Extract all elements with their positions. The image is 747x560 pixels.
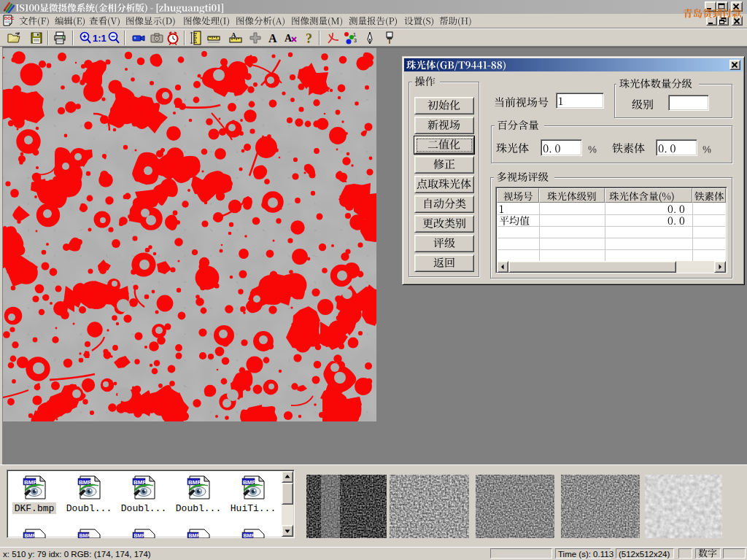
svg-text:A: A xyxy=(231,31,236,39)
svg-text:A: A xyxy=(268,32,277,44)
svg-text:BMP: BMP xyxy=(189,533,201,538)
svg-text:1:1: 1:1 xyxy=(93,33,107,44)
svg-text:3: 3 xyxy=(354,38,357,43)
svg-text:?: ? xyxy=(306,31,312,45)
svg-text:BMP: BMP xyxy=(134,533,146,538)
svg-text:DOC: DOC xyxy=(4,16,15,20)
svg-text:A: A xyxy=(285,33,293,44)
svg-text:BMP: BMP xyxy=(244,533,255,538)
svg-text:BMP: BMP xyxy=(25,533,36,538)
svg-text:1: 1 xyxy=(353,32,356,37)
svg-text:BMP: BMP xyxy=(80,533,91,538)
